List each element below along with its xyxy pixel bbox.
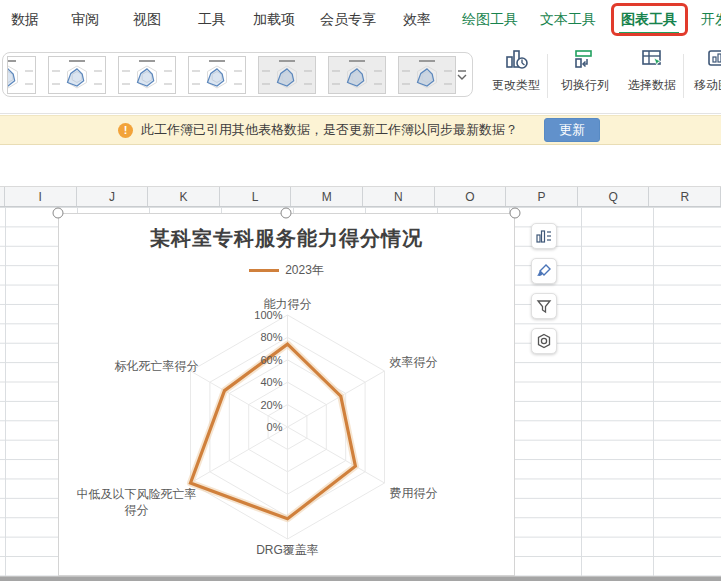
radar-axis-label: 中低及以下风险死亡率得分 — [77, 486, 197, 518]
switch-row-col-button[interactable]: 切换行列 — [552, 46, 618, 94]
chart-style-gallery — [2, 52, 473, 97]
svg-text:80%: 80% — [260, 331, 282, 343]
column-header[interactable]: K — [148, 187, 220, 206]
gallery-more-icon — [455, 67, 469, 83]
switch-row-col-label: 切换行列 — [561, 77, 609, 94]
horizontal-scrollbar[interactable] — [0, 576, 721, 581]
chart-style-thumbnail[interactable] — [188, 56, 246, 94]
column-header[interactable]: P — [506, 187, 578, 206]
column-header[interactable]: O — [435, 187, 507, 206]
menu-bar: 数据 审阅 视图 工具 加载项 会员专享 效率 绘图工具 文本工具 图表工具 开… — [0, 0, 721, 40]
radar-chart-svg: 0%20%40%60%80%100% — [59, 214, 516, 577]
mini-radar-preview — [189, 57, 245, 94]
change-chart-type-icon — [503, 46, 529, 72]
radar-axis-label: 费用得分 — [389, 485, 437, 501]
chart-style-thumbnail[interactable] — [398, 56, 456, 94]
chart-style-thumbnail[interactable] — [258, 56, 316, 94]
chart-style-thumbnail[interactable] — [118, 56, 176, 94]
move-chart-button[interactable]: 移动图表 — [688, 46, 721, 94]
blank-strip — [0, 146, 721, 186]
menu-tab-drawing-tools[interactable]: 绘图工具 — [462, 11, 518, 29]
chart-filter-button[interactable] — [531, 293, 557, 319]
chart-object[interactable]: 某科室专科服务能力得分情况 2023年 0%20%40%60%80%100%能力… — [58, 213, 515, 576]
move-chart-label: 移动图表 — [694, 77, 721, 94]
menu-tab-data[interactable]: 数据 — [11, 11, 39, 29]
radar-plot-area: 0%20%40%60%80%100%能力得分效率得分费用得分DRG覆盖率中低及以… — [59, 214, 516, 577]
menu-tab-dev-tools[interactable]: 开发工具 — [701, 11, 721, 29]
warning-icon: ! — [118, 123, 133, 138]
selection-handle-top-right[interactable] — [510, 208, 521, 219]
chart-elements-icon — [535, 227, 553, 245]
radar-axis-label: DRG覆盖率 — [256, 542, 319, 558]
column-header[interactable]: Q — [578, 187, 650, 206]
ribbon-divider — [547, 54, 548, 98]
menu-tab-member[interactable]: 会员专享 — [320, 11, 376, 29]
switch-row-col-icon — [572, 46, 598, 72]
chart-style-thumbnail[interactable] — [328, 56, 386, 94]
mini-radar-preview — [49, 57, 105, 94]
chart-tools-label: 图表工具 — [621, 11, 677, 27]
menu-tab-tools[interactable]: 工具 — [198, 11, 226, 29]
chart-filter-icon — [535, 297, 553, 315]
svg-text:40%: 40% — [260, 376, 282, 388]
column-header[interactable]: J — [77, 187, 149, 206]
update-button[interactable]: 更新 — [544, 118, 600, 142]
mini-radar-preview — [119, 57, 175, 94]
menu-tab-addins[interactable]: 加载项 — [253, 11, 295, 29]
select-data-button[interactable]: 选择数据 — [619, 46, 685, 94]
mini-radar-preview — [329, 57, 385, 94]
select-data-icon — [639, 46, 665, 72]
notification-text: 此工作簿已引用其他表格数据，是否更新工作簿以同步最新数据？ — [141, 121, 518, 139]
selection-handle-top-left[interactable] — [53, 208, 64, 219]
change-chart-type-button[interactable]: 更改类型 — [483, 46, 549, 94]
selection-handle-top-center[interactable] — [281, 208, 292, 219]
menu-tab-view[interactable]: 视图 — [133, 11, 161, 29]
svg-text:20%: 20% — [260, 399, 282, 411]
column-header[interactable]: M — [291, 187, 363, 206]
chart-settings-icon — [535, 332, 553, 350]
active-tab-underline — [619, 32, 679, 35]
wps-spreadsheet-window: 数据 审阅 视图 工具 加载项 会员专享 效率 绘图工具 文本工具 图表工具 开… — [0, 0, 721, 581]
mini-radar-preview — [399, 57, 455, 94]
select-data-label: 选择数据 — [628, 77, 676, 94]
column-header[interactable]: L — [220, 187, 292, 206]
chart-style-list — [3, 56, 456, 94]
menu-tab-text-tools[interactable]: 文本工具 — [540, 11, 596, 29]
gallery-more-button[interactable] — [455, 67, 469, 83]
chart-style-brush-icon — [535, 262, 553, 280]
ribbon-divider — [683, 54, 684, 98]
column-header[interactable]: R — [649, 187, 721, 206]
radar-axis-label: 标化死亡率得分 — [79, 358, 199, 374]
chart-elements-button[interactable] — [531, 223, 557, 249]
chart-style-thumbnail[interactable] — [48, 56, 106, 94]
mini-radar-preview — [259, 57, 315, 94]
menu-tab-review[interactable]: 审阅 — [71, 11, 99, 29]
column-headers: IJKLMNOPQR — [0, 186, 721, 207]
radar-axis-label: 效率得分 — [389, 354, 437, 370]
column-header[interactable]: I — [5, 187, 77, 206]
mini-radar-preview — [7, 57, 36, 94]
change-chart-type-label: 更改类型 — [492, 77, 540, 94]
chart-style-thumbnail[interactable] — [7, 56, 36, 94]
menu-tab-chart-tools-active[interactable]: 图表工具 — [621, 11, 677, 29]
chart-settings-button[interactable] — [531, 328, 557, 354]
chart-style-button[interactable] — [531, 258, 557, 284]
update-notification-bar: ! 此工作簿已引用其他表格数据，是否更新工作簿以同步最新数据？ 更新 — [0, 115, 721, 145]
menu-tab-efficiency[interactable]: 效率 — [403, 11, 431, 29]
svg-text:0%: 0% — [267, 421, 283, 433]
column-header[interactable]: N — [363, 187, 435, 206]
radar-axis-label: 能力得分 — [264, 296, 312, 312]
svg-text:60%: 60% — [260, 354, 282, 366]
ribbon-toolbar: 更改类型 切换行列 选择数据 — [0, 40, 721, 114]
move-chart-icon — [705, 46, 721, 72]
